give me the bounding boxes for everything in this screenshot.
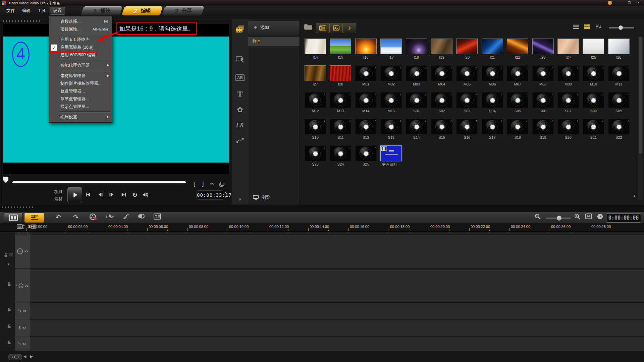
audio-thumbnail[interactable]: ♪ [431, 119, 452, 134]
collapse-library-icon[interactable]: « [232, 196, 248, 202]
menu-item-提示点管理器-[interactable]: 提示点管理器... [49, 103, 112, 111]
menu-item-制作影片模板管理器-[interactable]: 制作影片模板管理器... [49, 80, 112, 87]
audio-thumbnail[interactable]: ♪ [431, 92, 452, 108]
project-duration-icon[interactable] [597, 214, 603, 220]
menu-item-智能代理管理器[interactable]: 智能代理管理器 [49, 62, 112, 69]
minimize-button[interactable]: — [617, 1, 624, 5]
import-folder-icon[interactable] [304, 23, 313, 30]
checkbox-checked-icon[interactable]: ✓ [51, 44, 57, 51]
trim-handle[interactable] [3, 177, 8, 183]
menubar-item-文件[interactable]: 文件 [3, 7, 18, 14]
audio-thumbnail[interactable]: ♪ [380, 65, 402, 81]
zoom-out-icon[interactable] [535, 214, 541, 220]
audio-thumbnail[interactable]: ♪ [406, 65, 427, 81]
mark-out-icon[interactable]: ] [202, 181, 204, 187]
audio-thumbnail[interactable]: ♪ [456, 119, 478, 134]
menubar-item-编辑[interactable]: 编辑 [19, 7, 34, 14]
audio-thumbnail[interactable]: ♪ [380, 119, 402, 134]
panel-drag-handle[interactable] [3, 20, 41, 22]
audio-thumbnail[interactable]: ♪ [532, 65, 554, 81]
audio-thumbnail[interactable]: ♪ [355, 119, 377, 134]
user-badge-icon[interactable] [608, 1, 612, 5]
image-thumbnail[interactable] [330, 39, 351, 54]
audio-thumbnail[interactable]: ♪ [608, 119, 630, 134]
music-track-header[interactable]: 1♪ [15, 337, 30, 351]
menu-item-素材库管理器[interactable]: 素材库管理器 [49, 72, 112, 80]
audio-thumbnail[interactable]: ♪ [456, 65, 478, 81]
image-thumbnail[interactable] [431, 39, 452, 54]
timecode-down-icon[interactable]: ▼ [224, 195, 227, 199]
play-button[interactable] [67, 187, 82, 203]
audio-thumbnail[interactable]: ♪ [456, 92, 478, 108]
audio-thumbnail[interactable]: ♪ [532, 92, 554, 108]
zoom-in-icon[interactable] [574, 214, 580, 220]
filter-audio-button[interactable]: ♪ [343, 23, 356, 33]
media-library-icon[interactable] [232, 25, 248, 33]
audio-thumbnail[interactable]: ♪ [608, 92, 630, 108]
close-button[interactable]: ✕ [635, 1, 642, 5]
blend-clips-icon[interactable] [138, 214, 145, 219]
volume-button[interactable] [142, 192, 149, 197]
split-clip-icon[interactable]: ✂ [210, 181, 214, 187]
go-to-start-button[interactable] [85, 192, 91, 197]
track-manager-icon[interactable] [9, 253, 13, 257]
lock-icon[interactable] [7, 324, 11, 328]
menubar-item-设置[interactable]: 设置 [50, 7, 65, 15]
lock-icon[interactable] [7, 307, 11, 312]
audio-thumbnail[interactable]: ♪ [406, 92, 427, 108]
timeline-ruler[interactable]: 00:00:00:0000:00:02:0000:00:04:0000:00:0… [0, 223, 644, 232]
image-thumbnail[interactable] [305, 65, 326, 81]
filter-icon[interactable]: FX [232, 122, 248, 128]
audio-thumbnail[interactable]: ♪ [583, 119, 604, 134]
audio-thumbnail[interactable]: ♪ [583, 92, 604, 108]
scroll-right-icon[interactable]: ▶ [30, 354, 33, 359]
image-thumbnail[interactable] [355, 39, 377, 54]
timecode-up-icon[interactable]: ▲ [224, 190, 227, 194]
audio-thumbnail[interactable]: ♪ [380, 92, 402, 108]
audio-thumbnail[interactable]: ♪ [482, 119, 503, 134]
audio-thumbnail[interactable]: ♪ [431, 65, 452, 81]
tab-step-分享[interactable]: 3分享 [162, 6, 205, 15]
menubar-item-工具[interactable]: 工具 [34, 7, 49, 14]
audio-thumbnail[interactable]: ♪ [482, 65, 503, 81]
audio-thumbnail[interactable]: ♪ [355, 92, 377, 108]
redo-button[interactable]: ↷ [73, 214, 78, 221]
project-mode-label[interactable]: 项目 [54, 189, 62, 195]
record-capture-icon[interactable] [89, 214, 97, 221]
audio-thumbnail[interactable]: ♪ [608, 65, 630, 81]
lock-icon[interactable] [7, 340, 11, 345]
video-thumbnail[interactable] [380, 145, 402, 161]
audio-thumbnail[interactable]: ♪ [482, 92, 503, 108]
audio-thumbnail[interactable]: ♪ [305, 119, 326, 134]
audio-thumbnail[interactable]: ♪ [507, 65, 528, 81]
music-track[interactable] [30, 337, 644, 351]
go-to-end-button[interactable] [121, 192, 126, 197]
audio-thumbnail[interactable]: ♪ [355, 65, 377, 81]
instant-project-icon[interactable] [232, 55, 248, 63]
image-thumbnail[interactable] [380, 39, 402, 54]
audio-thumbnail[interactable]: ♪ [330, 119, 351, 134]
add-gallery-button[interactable]: + 添加 [248, 21, 300, 34]
menu-item-章节点管理器-[interactable]: 章节点管理器... [49, 95, 112, 103]
clip-mode-label[interactable]: 素材 [54, 196, 62, 202]
image-thumbnail[interactable] [330, 65, 351, 81]
list-view-button[interactable] [572, 24, 580, 29]
restore-button[interactable]: ❐ [626, 1, 633, 5]
subtitle-editor-icon[interactable]: T [154, 214, 161, 220]
audio-thumbnail[interactable]: ♪ [532, 119, 554, 134]
audio-thumbnail[interactable]: ♪ [330, 145, 351, 161]
thumbnail-size-knob[interactable] [619, 25, 623, 30]
voice-track[interactable] [30, 320, 644, 337]
mark-in-icon[interactable]: [ [194, 181, 195, 187]
audio-thumbnail[interactable]: ♪ [355, 145, 377, 161]
audio-thumbnail[interactable]: ♪ [507, 92, 528, 108]
lock-icon[interactable] [4, 253, 8, 257]
enlarge-preview-icon[interactable] [219, 182, 224, 187]
timeline-view-button[interactable] [24, 213, 44, 223]
audio-thumbnail[interactable]: ♪ [330, 92, 351, 108]
title-track-header[interactable]: 1T [15, 303, 30, 319]
tab-step-编辑[interactable]: 2编辑 [122, 6, 163, 15]
panel-drag-handle[interactable] [2, 206, 35, 208]
image-thumbnail[interactable] [608, 39, 630, 54]
menu-item-启用-60P-50P-编辑[interactable]: 启用 60P/50P 编辑 [49, 51, 112, 59]
